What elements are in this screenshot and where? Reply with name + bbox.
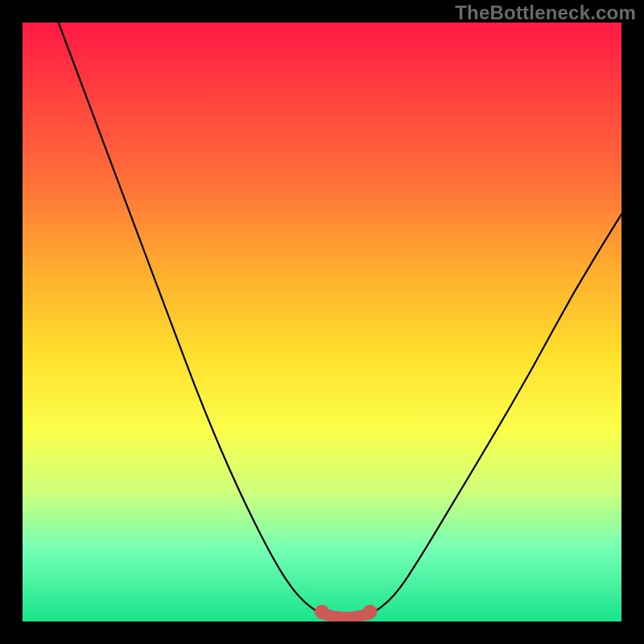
watermark-label: TheBottleneck.com	[455, 2, 636, 24]
plot-area	[23, 23, 621, 621]
bottleneck-chart	[23, 23, 621, 621]
bottleneck-curve-line	[23, 23, 621, 618]
optimal-range-marker	[322, 613, 370, 617]
optimal-range-start-dot	[315, 605, 329, 619]
chart-frame: TheBottleneck.com	[0, 0, 644, 644]
optimal-range-end-dot	[363, 605, 378, 619]
